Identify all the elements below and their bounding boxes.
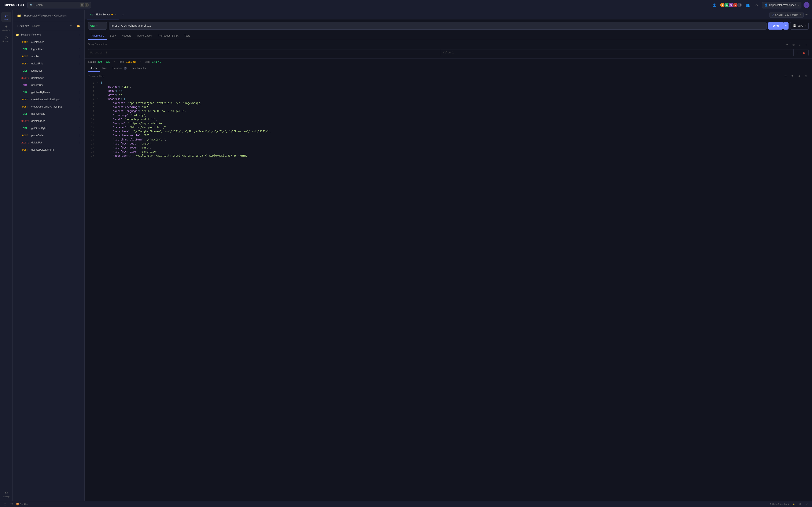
tab-body[interactable]: Body bbox=[107, 32, 119, 40]
download-button[interactable]: ⬇ bbox=[796, 73, 802, 79]
item-more-icon[interactable]: ⋮ bbox=[77, 40, 82, 44]
settings-button[interactable]: ⚙ bbox=[753, 2, 760, 8]
tab-parameters[interactable]: Parameters bbox=[88, 32, 107, 40]
item-more-icon[interactable]: ⋮ bbox=[77, 69, 82, 73]
cookies-button[interactable]: 🍪 Cookies bbox=[16, 503, 28, 506]
layout-toggle-button[interactable]: ⊞ bbox=[798, 502, 803, 507]
list-item[interactable]: DELETE deleteOrder ⋮ bbox=[13, 117, 84, 125]
item-more-icon[interactable]: ⋮ bbox=[77, 105, 82, 109]
item-more-icon[interactable]: ⋮ bbox=[77, 76, 82, 80]
item-more-icon[interactable]: ⋮ bbox=[77, 97, 82, 102]
list-item[interactable]: POST addPet ⋮ bbox=[13, 53, 84, 60]
tab-tests[interactable]: Tests bbox=[182, 32, 193, 40]
param-edit-button[interactable]: ✏ bbox=[797, 43, 802, 48]
list-item[interactable]: DELETE deletePet ⋮ bbox=[13, 139, 84, 146]
sidebar-item-settings[interactable]: ⚙ Settings bbox=[1, 489, 11, 499]
toggle-icon[interactable]: ▾ bbox=[97, 81, 100, 84]
user-avatar[interactable]: U bbox=[804, 2, 809, 8]
item-more-icon[interactable]: ⋮ bbox=[77, 140, 82, 145]
param-add-button[interactable]: + bbox=[804, 43, 809, 48]
list-item[interactable]: DELETE deleteUser ⋮ bbox=[13, 74, 84, 81]
wrap-lines-button[interactable]: ☰ bbox=[783, 73, 788, 79]
tab-headers[interactable]: Headers bbox=[119, 32, 134, 40]
resp-tab-test-results[interactable]: Test Results bbox=[130, 65, 148, 72]
method-badge: POST bbox=[20, 149, 30, 151]
copy-button[interactable]: ⎘ bbox=[803, 73, 809, 79]
collection-group-swagger-petstore[interactable]: 📁 Swagger Petstore ⋮ bbox=[13, 31, 84, 39]
list-item[interactable]: GET getInventory ⋮ bbox=[13, 110, 84, 117]
item-more-icon[interactable]: ⋮ bbox=[77, 83, 82, 87]
list-item[interactable]: POST createUser ⋮ bbox=[13, 39, 84, 46]
add-tab-button[interactable]: + bbox=[120, 12, 126, 18]
help-feedback-button[interactable]: ? Help & feedback bbox=[770, 503, 789, 506]
param-row: Parameter 1 Value 1 ✓ 🗑 bbox=[88, 49, 809, 56]
tab-echo-server[interactable]: GET Echo Server ✕ bbox=[87, 10, 119, 19]
import-collections-button[interactable]: 📂 bbox=[75, 23, 82, 29]
param-check-button[interactable]: ✓ bbox=[795, 50, 800, 55]
param-row-delete-button[interactable]: 🗑 bbox=[802, 50, 807, 55]
send-dropdown-button[interactable]: ▾ bbox=[783, 22, 789, 30]
item-more-icon[interactable]: ⋮ bbox=[77, 148, 82, 152]
filter-button[interactable]: ⚗ bbox=[790, 73, 795, 79]
layout-icon[interactable]: ⬚ bbox=[3, 502, 7, 507]
param-delete-all-button[interactable]: 🗑 bbox=[791, 43, 796, 48]
environment-selector[interactable]: ⬡ Swagger Environment ▾ bbox=[769, 12, 804, 18]
code-line-7: 7 "accept-encoding": "br", bbox=[85, 105, 812, 109]
tab-authorization[interactable]: Authorization bbox=[134, 32, 155, 40]
sidebar-item-graphql[interactable]: ◈ GraphQL bbox=[1, 23, 11, 33]
item-more-icon[interactable]: ⋮ bbox=[77, 90, 82, 95]
collection-search-input[interactable] bbox=[32, 24, 64, 28]
add-new-button[interactable]: + Add new bbox=[16, 23, 31, 29]
item-more-icon[interactable]: ⋮ bbox=[77, 133, 82, 137]
collection-group-more-icon[interactable]: ⋮ bbox=[77, 33, 82, 37]
list-item[interactable]: POST placeOrder ⋮ bbox=[13, 132, 84, 139]
list-item[interactable]: POST createUsersWithListInput ⋮ bbox=[13, 96, 84, 103]
item-more-icon[interactable]: ⋮ bbox=[77, 47, 82, 51]
method-select-value: GET bbox=[90, 24, 96, 27]
list-item[interactable]: PUT updateUser ⋮ bbox=[13, 81, 84, 89]
list-item[interactable]: GET logoutUser ⋮ bbox=[13, 46, 84, 53]
param-help-button[interactable]: ? bbox=[784, 43, 790, 48]
resp-tab-raw[interactable]: Raw bbox=[100, 65, 110, 72]
resp-tab-json[interactable]: JSON bbox=[88, 65, 100, 72]
sidebar-item-rest[interactable]: ⇄ REST bbox=[1, 12, 11, 22]
method-select[interactable]: GET ▾ bbox=[88, 22, 107, 30]
env-label: Swagger Environment bbox=[775, 13, 798, 16]
resp-tab-headers[interactable]: Headers 2 bbox=[110, 65, 130, 72]
list-item[interactable]: GET loginUser ⋮ bbox=[13, 67, 84, 74]
method-badge: POST bbox=[20, 134, 30, 137]
list-item[interactable]: POST uploadFile ⋮ bbox=[13, 60, 84, 67]
list-item[interactable]: POST updatePetWithForm ⋮ bbox=[13, 146, 84, 153]
item-more-icon[interactable]: ⋮ bbox=[77, 54, 82, 59]
save-button[interactable]: 💾 Save ▾ bbox=[790, 22, 809, 30]
method-badge: GET bbox=[20, 69, 30, 72]
tab-prerequest[interactable]: Pre-request Script bbox=[155, 32, 182, 40]
collections-folder-icon[interactable]: 📁 bbox=[16, 12, 22, 19]
code-line-1: 1 ▾ { bbox=[85, 81, 812, 85]
send-button[interactable]: Send bbox=[768, 22, 783, 30]
item-more-icon[interactable]: ⋮ bbox=[77, 112, 82, 116]
expand-button[interactable]: ⤢ bbox=[805, 502, 809, 507]
avatar-count: +2 bbox=[737, 2, 742, 8]
status-label: Status: bbox=[88, 60, 96, 63]
query-params-label: Query Parameters bbox=[88, 43, 107, 45]
workspace-selector[interactable]: 👤 Hoppscotch Workspace ▾ bbox=[762, 2, 801, 8]
item-more-icon[interactable]: ⋮ bbox=[77, 126, 82, 130]
toggle-icon[interactable]: ▾ bbox=[97, 97, 100, 101]
shield-icon[interactable]: 🛡 bbox=[9, 502, 14, 507]
param-value-cell: Value 1 bbox=[441, 49, 794, 56]
list-item[interactable]: POST createUsersWithArrayInput ⋮ bbox=[13, 103, 84, 110]
invite-button[interactable]: 👥 bbox=[744, 2, 751, 8]
list-item[interactable]: GET getOrderById ⋮ bbox=[13, 125, 84, 132]
item-more-icon[interactable]: ⋮ bbox=[77, 61, 82, 66]
sidebar-item-realtime[interactable]: ⬡ Realtime bbox=[1, 34, 11, 44]
list-item[interactable]: GET getUserByName ⋮ bbox=[13, 89, 84, 96]
search-bar[interactable]: 🔍 Search ⌘ K bbox=[28, 2, 91, 8]
lightning-button[interactable]: ⚡ bbox=[791, 502, 796, 507]
url-input[interactable] bbox=[109, 22, 767, 30]
item-more-icon[interactable]: ⋮ bbox=[77, 119, 82, 123]
preview-button[interactable]: 👁 bbox=[804, 12, 809, 18]
help-collections-button[interactable]: ? bbox=[68, 23, 74, 29]
accessibility-button[interactable]: 👤 bbox=[711, 2, 718, 8]
tab-close-icon[interactable]: ✕ bbox=[114, 13, 116, 16]
